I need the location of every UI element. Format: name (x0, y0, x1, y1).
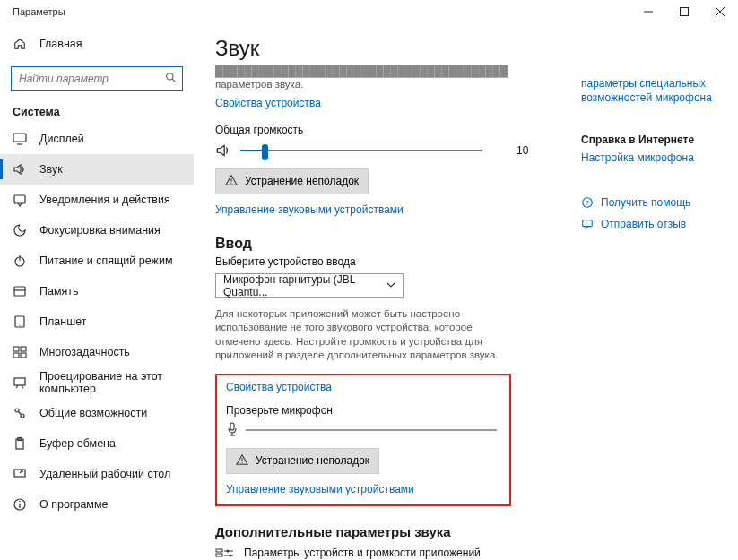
remote-icon (13, 467, 27, 481)
sidebar-item-label: Уведомления и действия (39, 194, 170, 206)
right-column: параметры специальныхвозможностей микроф… (581, 77, 720, 230)
device-properties-link[interactable]: Свойства устройства (215, 97, 321, 109)
settings-window: Параметры Главная (0, 0, 738, 560)
minimize-icon (644, 7, 653, 16)
sidebar-item-storage[interactable]: Память (0, 276, 194, 306)
sound-icon (13, 162, 27, 177)
manage-sound-devices-link[interactable]: Управление звуковыми устройствами (215, 203, 404, 216)
volume-slider[interactable] (240, 142, 482, 159)
titlebar: Параметры (0, 0, 738, 23)
maximize-button[interactable] (666, 0, 702, 23)
minimize-button[interactable] (630, 0, 666, 23)
svg-rect-17 (13, 353, 19, 358)
input-device-select[interactable]: Микрофон гарнитуры (JBL Quantu... (215, 273, 404, 298)
svg-line-22 (19, 412, 22, 415)
sidebar-item-tablet[interactable]: Планшет (0, 306, 194, 337)
volume-value: 10 (517, 144, 528, 157)
sidebar-item-shared[interactable]: Общие возможности (0, 398, 194, 428)
sidebar-item-notify[interactable]: Уведомления и действия (0, 185, 194, 215)
svg-point-30 (230, 183, 231, 184)
troubleshoot-output-button[interactable]: Устранение неполадок (215, 168, 369, 194)
content: Звук ███████████████████████████████████… (194, 23, 738, 560)
search-input[interactable] (17, 72, 165, 86)
svg-point-4 (167, 73, 173, 80)
sidebar-item-clipboard[interactable]: Буфер обмена (0, 428, 194, 459)
sidebar-item-label: Общие возможности (39, 407, 147, 419)
sidebar-item-remote[interactable]: Удаленный рабочий стол (0, 459, 194, 489)
help-link-mic-setup[interactable]: Настройка микрофона (581, 151, 720, 166)
svg-rect-36 (216, 549, 222, 552)
sidebar-item-multitask[interactable]: Многозадачность (0, 337, 194, 367)
display-icon (13, 132, 27, 146)
chevron-down-icon (386, 280, 395, 292)
input-device-selected: Микрофон гарнитуры (JBL Quantu... (223, 273, 386, 298)
microphone-icon (226, 422, 239, 439)
clipped-text: ████████████████████████████████████████… (215, 65, 502, 91)
focus-icon (13, 223, 27, 237)
svg-rect-6 (13, 134, 26, 142)
about-icon (13, 497, 27, 512)
sidebar-item-label: Память (39, 285, 79, 297)
svg-point-39 (227, 549, 230, 552)
sidebar-item-label: Проецирование на этот компьютер (39, 370, 194, 395)
sidebar-item-sound[interactable]: Звук (0, 154, 194, 185)
svg-line-5 (172, 79, 175, 82)
search-box[interactable] (11, 66, 183, 91)
help-heading: Справка в Интернете (581, 134, 720, 146)
input-note: Для некоторых приложений может быть наст… (215, 307, 502, 363)
close-icon (716, 7, 725, 16)
sidebar-item-label: Звук (39, 163, 63, 176)
svg-text:?: ? (586, 198, 590, 206)
svg-point-35 (241, 462, 242, 463)
sidebar-item-label: Планшет (39, 315, 86, 328)
svg-rect-11 (14, 287, 25, 296)
sidebar-item-project[interactable]: Проецирование на этот компьютер (0, 367, 194, 398)
sidebar-item-label: Многозадачность (39, 346, 130, 358)
page-title: Звук (215, 36, 720, 61)
maximize-icon (680, 7, 689, 16)
feedback-link[interactable]: Отправить отзыв (581, 218, 720, 230)
notify-icon (13, 193, 27, 207)
device-properties-link-2[interactable]: Свойства устройства (226, 381, 332, 393)
home-label: Главная (39, 38, 82, 50)
advanced-heading: Дополнительные параметры звука (215, 524, 720, 539)
power-icon (13, 254, 27, 268)
warning-icon (225, 174, 238, 189)
sidebar-section-header: Система (0, 97, 194, 124)
troubleshoot-input-button[interactable]: Устранение неполадок (226, 448, 379, 474)
speaker-icon (215, 142, 231, 159)
sidebar: Главная Система ДисплейЗвукУведомления и… (0, 23, 194, 560)
svg-rect-16 (21, 347, 26, 351)
tablet-icon (13, 314, 27, 329)
sidebar-item-about[interactable]: О программе (0, 489, 194, 520)
sidebar-item-label: Удаленный рабочий стол (39, 468, 170, 480)
sidebar-item-display[interactable]: Дисплей (0, 124, 194, 154)
home-button[interactable]: Главная (0, 29, 194, 59)
window-title: Параметры (13, 6, 65, 17)
sidebar-item-label: Дисплей (39, 133, 84, 145)
sidebar-item-focus[interactable]: Фокусировка внимания (0, 215, 194, 246)
accessibility-mic-link[interactable]: параметры специальныхвозможностей микроф… (581, 77, 720, 105)
close-button[interactable] (702, 0, 738, 23)
project-icon (13, 375, 27, 390)
home-icon (13, 37, 27, 51)
svg-point-41 (230, 554, 232, 556)
sidebar-item-label: О программе (39, 498, 108, 511)
test-mic-label: Проверьте микрофон (226, 404, 500, 417)
svg-point-21 (21, 414, 24, 418)
svg-point-20 (15, 409, 19, 412)
app-volume-item[interactable]: Параметры устройств и громкости приложен… (215, 547, 720, 560)
help-icon: ? (581, 196, 594, 209)
manage-sound-devices-link-2[interactable]: Управление звуковыми устройствами (226, 483, 414, 495)
sidebar-item-label: Фокусировка внимания (39, 224, 161, 237)
get-help-link[interactable]: ? Получить помощь (581, 196, 720, 209)
svg-rect-37 (216, 554, 222, 556)
svg-rect-1 (681, 8, 689, 16)
svg-rect-44 (583, 220, 593, 226)
svg-point-28 (19, 501, 21, 503)
sidebar-item-power[interactable]: Питание и спящий режим (0, 246, 194, 276)
svg-rect-31 (230, 423, 234, 430)
highlighted-section: Свойства устройства Проверьте микрофон У… (215, 374, 511, 506)
input-heading: Ввод (215, 236, 720, 252)
feedback-icon (581, 218, 594, 230)
